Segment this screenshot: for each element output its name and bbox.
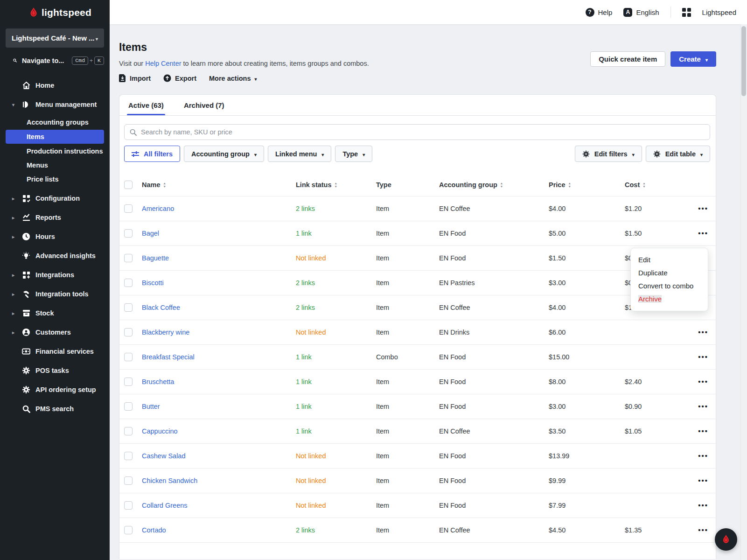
context-menu-convert-to-combo[interactable]: Convert to combo bbox=[631, 280, 708, 293]
item-name-link[interactable]: Cappuccino bbox=[142, 427, 178, 435]
scrollbar-thumb[interactable] bbox=[741, 26, 746, 96]
product-switcher[interactable]: Lightspeed bbox=[702, 8, 736, 16]
column-header-accounting-group[interactable]: Accounting group bbox=[439, 181, 549, 189]
row-checkbox[interactable] bbox=[124, 526, 133, 534]
quick-create-item-button[interactable]: Quick create item bbox=[590, 51, 665, 67]
column-header-price[interactable]: Price bbox=[549, 181, 625, 189]
export-button[interactable]: Export bbox=[163, 74, 196, 82]
sort-icon[interactable] bbox=[335, 182, 337, 188]
row-checkbox[interactable] bbox=[124, 328, 133, 336]
row-actions-menu-icon[interactable] bbox=[698, 427, 708, 435]
row-checkbox[interactable] bbox=[124, 501, 133, 510]
item-name-link[interactable]: Biscotti bbox=[142, 279, 164, 287]
type-filter[interactable]: Type bbox=[335, 146, 372, 162]
sidebar-item-advanced-insights[interactable]: Advanced insights bbox=[0, 246, 110, 266]
help-center-link[interactable]: Help Center bbox=[145, 60, 181, 67]
row-checkbox[interactable] bbox=[124, 452, 133, 460]
search-input[interactable] bbox=[141, 128, 705, 136]
item-name-link[interactable]: Americano bbox=[142, 205, 174, 212]
sort-icon[interactable] bbox=[568, 182, 571, 188]
sidebar-item-hours[interactable]: Hours bbox=[0, 227, 110, 246]
more-actions-button[interactable]: More actions bbox=[209, 75, 257, 82]
chevron-right-icon[interactable] bbox=[12, 234, 17, 239]
row-checkbox[interactable] bbox=[124, 402, 133, 411]
sidebar-item-home[interactable]: Home bbox=[0, 76, 110, 95]
sidebar-item-reports[interactable]: Reports bbox=[0, 208, 110, 227]
sort-icon[interactable] bbox=[642, 182, 645, 188]
row-checkbox[interactable] bbox=[124, 476, 133, 485]
sidebar-item-integration-tools[interactable]: Integration tools bbox=[0, 285, 110, 304]
sidebar-item-stock[interactable]: Stock bbox=[0, 304, 110, 323]
row-checkbox[interactable] bbox=[124, 378, 133, 386]
chevron-right-icon[interactable] bbox=[12, 292, 17, 297]
row-actions-menu-icon[interactable] bbox=[698, 402, 708, 410]
item-name-link[interactable]: Breakfast Special bbox=[142, 353, 195, 361]
apps-grid-icon[interactable] bbox=[682, 8, 691, 17]
create-button[interactable]: Create bbox=[670, 51, 716, 67]
help-menu[interactable]: Help bbox=[586, 8, 613, 17]
sort-icon[interactable] bbox=[500, 182, 503, 188]
sidebar-item-production-instructions[interactable]: Production instructions bbox=[0, 144, 110, 158]
context-menu-duplicate[interactable]: Duplicate bbox=[631, 266, 708, 280]
item-name-link[interactable]: Baguette bbox=[142, 254, 169, 262]
row-checkbox[interactable] bbox=[124, 427, 133, 435]
row-actions-menu-icon[interactable] bbox=[698, 452, 708, 460]
language-menu[interactable]: English bbox=[623, 8, 659, 17]
all-filters-button[interactable]: All filters bbox=[124, 146, 180, 162]
sidebar-item-price-lists[interactable]: Price lists bbox=[0, 172, 110, 186]
row-checkbox[interactable] bbox=[124, 204, 133, 213]
row-actions-menu-icon[interactable] bbox=[698, 526, 708, 534]
sidebar-item-items[interactable]: Items bbox=[6, 130, 104, 144]
location-selector[interactable]: Lightspeed Café - New ... bbox=[6, 28, 104, 48]
item-name-link[interactable]: Collard Greens bbox=[142, 502, 188, 509]
item-name-link[interactable]: Black Coffee bbox=[142, 304, 180, 311]
row-checkbox[interactable] bbox=[124, 254, 133, 262]
item-name-link[interactable]: Butter bbox=[142, 403, 160, 410]
row-checkbox[interactable] bbox=[124, 279, 133, 287]
row-actions-menu-icon[interactable] bbox=[698, 378, 708, 385]
edit-table-button[interactable]: Edit table bbox=[646, 146, 710, 162]
row-actions-menu-icon[interactable] bbox=[698, 501, 708, 509]
sidebar-item-pms-search[interactable]: PMS search bbox=[0, 399, 110, 419]
row-checkbox[interactable] bbox=[124, 303, 133, 312]
sidebar-item-financial-services[interactable]: Financial services bbox=[0, 342, 110, 361]
chevron-right-icon[interactable] bbox=[12, 215, 17, 220]
scrollbar-track[interactable] bbox=[740, 24, 747, 560]
sidebar-item-customers[interactable]: Customers bbox=[0, 323, 110, 342]
sidebar-item-accounting-groups[interactable]: Accounting groups bbox=[0, 115, 110, 129]
row-actions-menu-icon[interactable] bbox=[698, 353, 708, 361]
sidebar-item-menu-management[interactable]: Menu management bbox=[0, 95, 110, 114]
tab-active[interactable]: Active (63) bbox=[127, 95, 165, 115]
item-name-link[interactable]: Blackberry wine bbox=[142, 329, 189, 336]
edit-filters-button[interactable]: Edit filters bbox=[575, 146, 642, 162]
column-header-name[interactable]: Name bbox=[142, 181, 296, 189]
sidebar-item-api-ordering-setup[interactable]: API ordering setup bbox=[0, 380, 110, 399]
context-menu-archive[interactable]: Archive bbox=[631, 293, 708, 306]
chevron-right-icon[interactable] bbox=[12, 196, 17, 201]
context-menu-edit[interactable]: Edit bbox=[631, 253, 708, 266]
row-actions-menu-icon[interactable] bbox=[698, 476, 708, 484]
chevron-right-icon[interactable] bbox=[12, 273, 17, 278]
column-header-link-status[interactable]: Link status bbox=[296, 181, 376, 189]
navigate-search[interactable]: Navigate to... Cmd + K bbox=[0, 50, 110, 70]
item-name-link[interactable]: Bagel bbox=[142, 230, 159, 237]
row-actions-menu-icon[interactable] bbox=[698, 204, 708, 212]
row-checkbox[interactable] bbox=[124, 353, 133, 361]
sidebar-item-integrations[interactable]: Integrations bbox=[0, 266, 110, 285]
row-checkbox[interactable] bbox=[124, 229, 133, 238]
sort-icon[interactable] bbox=[163, 182, 166, 188]
tab-archived[interactable]: Archived (7) bbox=[182, 95, 226, 115]
sidebar-item-pos-tasks[interactable]: POS tasks bbox=[0, 361, 110, 380]
item-name-link[interactable]: Chicken Sandwich bbox=[142, 477, 197, 484]
search-bar[interactable] bbox=[124, 124, 710, 140]
column-header-cost[interactable]: Cost bbox=[625, 181, 695, 189]
chevron-down-icon[interactable] bbox=[12, 102, 17, 107]
import-button[interactable]: Import bbox=[119, 74, 151, 82]
select-all-checkbox[interactable] bbox=[124, 181, 133, 189]
sidebar-item-menus[interactable]: Menus bbox=[0, 158, 110, 172]
item-name-link[interactable]: Bruschetta bbox=[142, 378, 174, 385]
item-name-link[interactable]: Cashew Salad bbox=[142, 452, 186, 460]
lightspeed-chat-fab[interactable] bbox=[715, 528, 737, 551]
row-actions-menu-icon[interactable] bbox=[698, 229, 708, 237]
row-actions-menu-icon[interactable] bbox=[698, 328, 708, 336]
